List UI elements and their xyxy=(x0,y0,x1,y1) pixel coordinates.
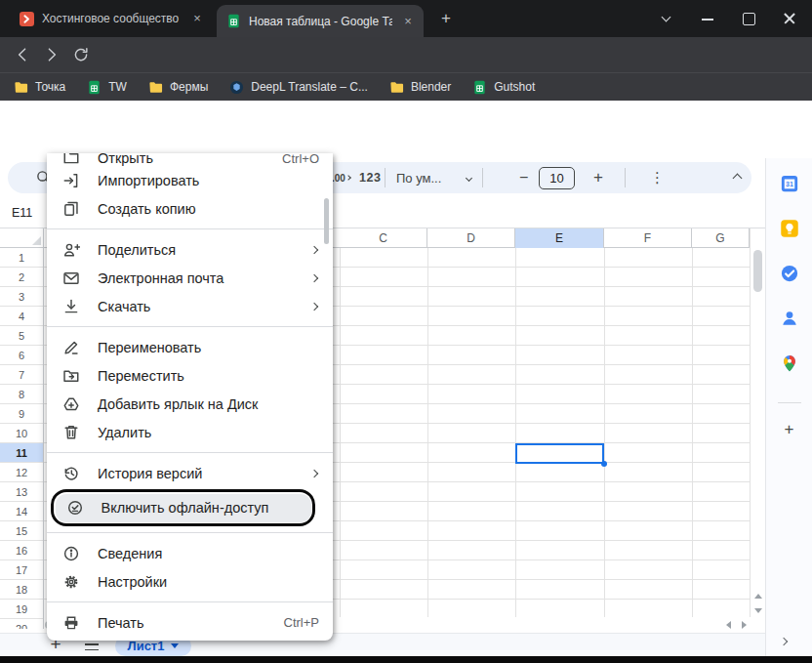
row-header[interactable]: 7 xyxy=(0,365,43,385)
fill-handle[interactable] xyxy=(601,461,607,467)
file-menu-item[interactable]: Удалить xyxy=(47,418,333,446)
column-header[interactable]: C xyxy=(340,228,427,248)
bookmark-item[interactable]: Точка xyxy=(14,80,65,95)
close-icon[interactable] xyxy=(781,10,798,27)
tab-search-chevron-icon[interactable] xyxy=(658,10,675,27)
row-header[interactable]: 5 xyxy=(0,326,43,346)
menu-item-label: Удалить xyxy=(98,425,319,440)
side-panel-icons: 31 xyxy=(765,158,812,656)
file-menu-item[interactable]: Создать копию xyxy=(47,194,333,223)
row-header[interactable]: 13 xyxy=(0,482,43,502)
menu-scrollbar-thumb[interactable] xyxy=(324,198,329,244)
increase-font-size-button[interactable] xyxy=(593,162,603,193)
row-header[interactable]: 18 xyxy=(0,580,43,600)
maximize-icon[interactable] xyxy=(740,10,757,27)
row-header[interactable]: 19 xyxy=(0,600,43,619)
file-menu-item[interactable]: Добавить ярлык на Диск xyxy=(47,390,333,418)
bookmark-item[interactable]: TW xyxy=(87,80,127,95)
row-header[interactable]: 4 xyxy=(0,307,43,326)
file-menu-item[interactable]: Поделиться xyxy=(47,235,333,264)
menu-item-label: Электронная почта xyxy=(98,270,311,286)
forward-icon[interactable] xyxy=(43,46,61,63)
row-header[interactable]: 8 xyxy=(0,385,43,404)
row-header[interactable]: 20 xyxy=(0,619,43,629)
browser-tab-inactive[interactable]: Хостинговое сообщество «Tim xyxy=(10,4,213,33)
name-box[interactable]: E11 xyxy=(12,206,32,220)
file-menu-item[interactable]: Переместить xyxy=(47,361,333,390)
file-menu-item[interactable]: Электронная почта xyxy=(47,264,333,292)
side-panel-maps-icon[interactable] xyxy=(780,353,799,373)
folder-icon xyxy=(148,80,163,95)
file-menu-item[interactable]: Сведения xyxy=(47,539,333,567)
row-header[interactable]: 11 xyxy=(0,443,43,463)
number-format-button[interactable]: 123 xyxy=(359,162,381,193)
menu-item-label: Переименовать xyxy=(98,340,319,355)
sheet-tab-menu-icon xyxy=(171,643,179,648)
file-menu-item[interactable]: Импортировать xyxy=(47,166,333,194)
file-menu-item[interactable]: Переименовать xyxy=(47,333,333,361)
vertical-scrollbar[interactable] xyxy=(750,228,765,617)
side-panel-calendar-icon[interactable]: 31 xyxy=(780,174,799,193)
row-header[interactable]: 14 xyxy=(0,502,43,521)
row-header[interactable]: 15 xyxy=(0,521,43,541)
minimize-icon[interactable] xyxy=(699,10,716,27)
tab-close-icon[interactable] xyxy=(189,11,205,26)
import-icon xyxy=(62,172,80,189)
bookmark-item[interactable]: Blender xyxy=(389,80,451,95)
toolbar-overflow-icon[interactable] xyxy=(650,162,665,193)
row-header[interactable]: 16 xyxy=(0,541,43,560)
side-panel-keep-icon[interactable] xyxy=(780,219,799,238)
row-header[interactable]: 1 xyxy=(0,248,43,268)
column-header[interactable]: G xyxy=(692,228,750,248)
side-panel-tasks-icon[interactable] xyxy=(780,264,799,283)
file-menu-item[interactable]: ПечатьCtrl+P xyxy=(47,608,333,637)
decimal-places-button[interactable]: .00 xyxy=(332,162,350,193)
get-addons-plus-icon[interactable] xyxy=(785,417,794,440)
selected-cell-outline[interactable] xyxy=(515,443,604,464)
column-header[interactable]: E xyxy=(515,228,604,248)
side-panel-expand-icon[interactable] xyxy=(781,631,792,642)
scroll-up-icon[interactable] xyxy=(754,594,762,599)
row-header[interactable]: 6 xyxy=(0,346,43,365)
browser-tab-active[interactable]: Новая таблица - Google Табли xyxy=(217,5,424,37)
file-menu-item[interactable]: ОткрытьCtrl+O xyxy=(47,153,333,166)
row-header[interactable]: 10 xyxy=(0,424,43,443)
row-header[interactable]: 2 xyxy=(0,268,43,287)
scroll-left-icon[interactable] xyxy=(726,621,731,629)
row-header[interactable]: 12 xyxy=(0,463,43,482)
bookmark-item[interactable]: Фермы xyxy=(148,80,208,95)
select-all-corner[interactable] xyxy=(0,228,44,248)
column-header[interactable]: D xyxy=(427,228,515,248)
side-panel-contacts-icon[interactable] xyxy=(780,309,799,328)
row-header[interactable]: 17 xyxy=(0,560,43,580)
submenu-arrow-icon xyxy=(310,273,318,281)
scroll-right-icon[interactable] xyxy=(742,621,747,629)
tab-close-icon[interactable] xyxy=(400,14,416,29)
back-icon[interactable] xyxy=(14,46,31,63)
file-menu-item[interactable]: Включить офлайн-доступ xyxy=(56,494,311,522)
menu-separator xyxy=(47,532,333,533)
all-sheets-icon[interactable] xyxy=(85,640,99,650)
menu-item-label: Импортировать xyxy=(98,173,319,188)
row-header[interactable]: 3 xyxy=(0,287,43,307)
file-menu-item[interactable]: Настройки xyxy=(47,567,333,596)
bookmark-item[interactable]: Gutshot xyxy=(472,80,535,95)
file-menu-item[interactable]: История версий xyxy=(47,459,333,487)
address-bar-row: docs.google.com/spreadsheets/d/1LheEej-M… xyxy=(0,37,812,72)
scroll-down-icon[interactable] xyxy=(754,608,762,613)
menu-item-label: Поделиться xyxy=(98,242,311,258)
row-header[interactable]: 9 xyxy=(0,404,43,424)
file-menu-item[interactable]: Скачать xyxy=(47,292,333,320)
menu-item-label: Переместить xyxy=(98,368,319,384)
font-size-input[interactable]: 10 xyxy=(539,167,575,189)
font-family-dropdown[interactable]: По ум... xyxy=(396,162,471,193)
window-controls xyxy=(658,0,806,37)
reload-icon[interactable] xyxy=(72,46,90,63)
bookmark-item[interactable]: DeepL Translate – C... xyxy=(229,80,368,95)
column-header[interactable]: F xyxy=(604,228,692,248)
hide-menus-button[interactable] xyxy=(734,162,741,193)
sheets-icon xyxy=(472,80,487,95)
vertical-scrollbar-thumb[interactable] xyxy=(753,250,762,292)
new-tab-button[interactable] xyxy=(437,10,455,27)
decrease-font-size-button[interactable] xyxy=(519,162,528,193)
